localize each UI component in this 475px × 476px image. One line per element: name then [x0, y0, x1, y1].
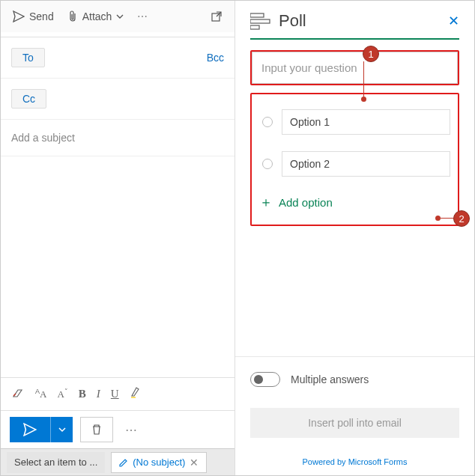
pencil-icon: [119, 458, 128, 467]
svg-rect-2: [250, 13, 264, 17]
font-size-down-icon[interactable]: A˅: [57, 388, 67, 400]
recipients-block: To Bcc Cc: [1, 37, 235, 120]
attach-label: Attach: [82, 10, 112, 22]
option-input-1[interactable]: [282, 109, 450, 135]
popout-button[interactable]: [206, 7, 227, 25]
compose-pane: Send Attach ⋯ To Bcc Cc: [1, 1, 235, 475]
cc-button[interactable]: Cc: [11, 89, 46, 109]
paperclip-icon: [67, 10, 78, 22]
message-body[interactable]: [1, 156, 235, 377]
to-button[interactable]: To: [11, 48, 45, 67]
poll-title: Poll: [279, 11, 306, 31]
cc-row: Cc: [1, 79, 235, 120]
send-main-button[interactable]: [10, 417, 50, 442]
highlight-button[interactable]: [130, 387, 142, 402]
options-callout-highlight: ＋ Add option: [250, 93, 459, 226]
annotation-line-1: [363, 61, 364, 99]
annotation-badge-2: 2: [453, 210, 470, 227]
bcc-link[interactable]: Bcc: [207, 52, 224, 64]
add-option-label: Add option: [279, 196, 333, 209]
tab-strip: Select an item to ... (No subject) ✕: [1, 448, 235, 475]
send-icon: [13, 10, 25, 22]
poll-close-button[interactable]: ✕: [448, 13, 459, 29]
more-actions-button[interactable]: ⋯: [133, 7, 154, 25]
poll-header: Poll ✕: [235, 1, 474, 38]
to-row: To Bcc: [1, 37, 235, 79]
send-label: Send: [29, 10, 54, 22]
bold-button[interactable]: B: [79, 388, 86, 400]
annotation-dot-1: [361, 97, 366, 102]
chevron-down-icon: [58, 426, 66, 433]
popout-icon: [211, 10, 223, 22]
insert-poll-button[interactable]: Insert poll into email: [250, 408, 459, 438]
format-toolbar: AA A˅ B I U: [1, 377, 235, 410]
option-row: [259, 105, 450, 147]
discard-button[interactable]: [80, 417, 113, 442]
option-row: [259, 147, 450, 189]
send-icon: [23, 423, 37, 436]
option-radio[interactable]: [262, 159, 273, 169]
tab-no-subject[interactable]: (No subject) ✕: [111, 452, 207, 473]
toggle-knob: [254, 375, 263, 384]
font-size-up-icon[interactable]: AA: [35, 388, 46, 400]
compose-toolbar: Send Attach ⋯: [1, 1, 235, 32]
attach-button[interactable]: Attach: [63, 7, 129, 25]
more-actions-bottom[interactable]: ⋯: [121, 420, 143, 440]
svg-rect-4: [250, 25, 259, 29]
multiple-answers-row: Multiple answers: [235, 356, 474, 402]
option-input-2[interactable]: [282, 151, 450, 177]
format-clear-icon[interactable]: [11, 387, 25, 402]
option-radio[interactable]: [262, 117, 273, 127]
question-callout-highlight: [250, 50, 459, 85]
tab-select-item[interactable]: Select an item to ...: [7, 452, 105, 473]
multiple-label: Multiple answers: [291, 373, 369, 385]
chevron-down-icon: [116, 13, 124, 20]
poll-pane: Poll ✕ ＋ Add optio: [235, 1, 474, 475]
annotation-badge-1: 1: [363, 46, 379, 62]
svg-rect-3: [250, 19, 270, 23]
powered-by[interactable]: Powered by Microsoft Forms: [235, 444, 474, 475]
annotation-dot-2: [435, 216, 441, 221]
annotation-line-2: [440, 218, 453, 219]
action-bar: ⋯: [1, 410, 235, 448]
send-button[interactable]: Send: [8, 7, 58, 25]
multiple-toggle[interactable]: [250, 372, 280, 387]
svg-rect-1: [131, 397, 136, 398]
plus-icon: ＋: [259, 193, 273, 211]
tab-label: (No subject): [133, 457, 185, 468]
send-split-button: [10, 417, 73, 442]
add-option-button[interactable]: ＋ Add option: [259, 189, 450, 211]
trash-icon: [91, 424, 103, 436]
subject-row: [1, 120, 235, 156]
poll-content: ＋ Add option: [235, 40, 474, 349]
subject-input[interactable]: [11, 132, 224, 144]
underline-button[interactable]: U: [111, 388, 119, 400]
tab-label: Select an item to ...: [14, 457, 97, 468]
send-options-button[interactable]: [50, 417, 73, 442]
close-icon[interactable]: ✕: [190, 457, 199, 469]
question-input[interactable]: [252, 52, 457, 83]
poll-icon: [250, 12, 271, 30]
italic-button[interactable]: I: [97, 388, 100, 400]
